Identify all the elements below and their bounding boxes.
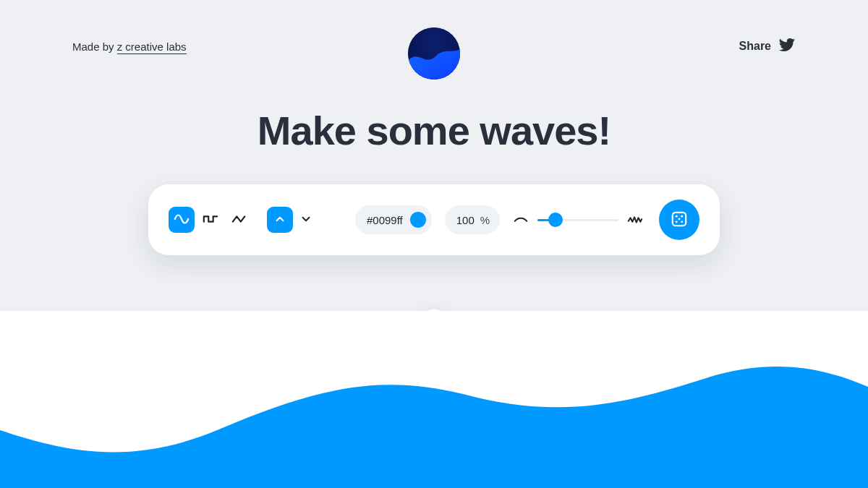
chevron-down-icon xyxy=(299,213,312,228)
complexity-slider-zone xyxy=(513,212,643,228)
shape-triangle-button[interactable] xyxy=(226,207,252,233)
share-button[interactable]: Share xyxy=(739,36,796,56)
shape-sine-button[interactable] xyxy=(169,207,195,233)
opacity-value: 100 xyxy=(456,214,475,226)
svg-point-3 xyxy=(681,215,683,217)
high-complexity-icon xyxy=(627,212,643,228)
chevron-up-icon xyxy=(273,213,286,228)
flip-down-button[interactable] xyxy=(293,207,319,233)
credit: Made by z creative labs xyxy=(72,40,187,53)
sine-wave-icon xyxy=(174,211,190,229)
flip-up-button[interactable] xyxy=(267,207,293,233)
shape-square-button[interactable] xyxy=(197,207,224,233)
flip-group xyxy=(267,207,319,233)
wave-preview xyxy=(0,311,868,488)
wave-shape-group xyxy=(169,207,252,233)
opacity-unit: % xyxy=(480,214,490,226)
svg-point-2 xyxy=(676,215,678,217)
control-panel: #0099ff 100 % xyxy=(148,184,720,255)
dice-icon xyxy=(670,210,689,231)
svg-point-4 xyxy=(678,218,681,220)
opacity-chip[interactable]: 100 % xyxy=(445,205,500,234)
share-label: Share xyxy=(739,40,771,53)
page-title: Make some waves! xyxy=(0,107,868,154)
svg-point-6 xyxy=(681,221,683,223)
app-logo xyxy=(408,27,460,80)
slider-thumb[interactable] xyxy=(548,213,563,227)
low-complexity-icon xyxy=(513,212,529,228)
credit-prefix: Made by xyxy=(72,40,117,53)
credit-link[interactable]: z creative labs xyxy=(117,40,187,54)
color-swatch xyxy=(410,212,426,228)
svg-point-5 xyxy=(676,221,678,223)
complexity-slider[interactable] xyxy=(537,213,618,227)
randomize-button[interactable] xyxy=(659,200,699,240)
color-hex-value: #0099ff xyxy=(367,214,403,226)
color-chip[interactable]: #0099ff xyxy=(355,205,432,234)
triangle-wave-icon xyxy=(231,211,247,229)
twitter-icon xyxy=(778,36,796,56)
square-wave-icon xyxy=(203,211,218,229)
